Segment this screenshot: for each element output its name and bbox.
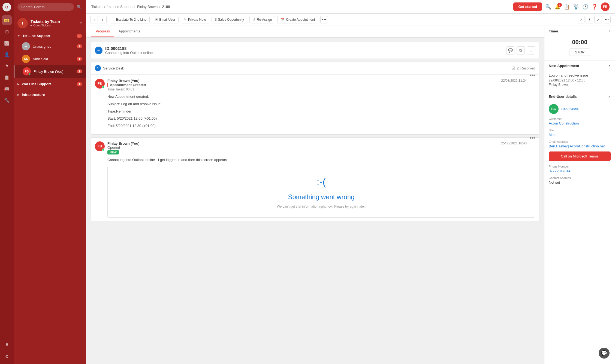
escalate-button[interactable]: ↑ Escalate To 2nd Line [110,16,150,23]
escalate-icon: ↑ [113,18,115,22]
entry-end: End: 5/20/2021 12:30 (+01:00) [107,123,535,129]
team-group-2nd-line-label: 2nd Line Support [22,82,74,86]
entry-header-2: FB Finlay Brown (You) Opened NEW 25/06/2… [95,141,535,154]
sales-opportunity-button[interactable]: $ Sales Opportunity [212,16,247,23]
customer-value[interactable]: Acorn Construction [549,121,579,125]
tab-progress[interactable]: Progress [91,26,114,37]
content-area: Progress Appointments ✏ ID:0002188 Canno… [86,26,615,364]
dollar-icon: $ [215,18,217,22]
clock-icon[interactable]: 🕐 [582,4,588,10]
help-icon[interactable]: ❓ [592,4,598,10]
collapse-sidebar-button[interactable]: « [80,21,82,26]
ticket-tabs: Progress Appointments [86,26,544,38]
user-avatar-top[interactable]: FB [601,2,610,11]
ticket-entry-appointment: FB Finlay Brown (You) Appointment Create… [90,75,540,135]
search-input[interactable] [17,3,74,11]
nav-tickets-icon[interactable]: 🎫 [2,15,12,25]
team-group-2nd-line-header[interactable]: ▶ 2nd Line Support 1 [14,80,86,88]
entry-meta-1: Finlay Brown (You) Appointment Created T… [107,79,499,91]
chevron-down-icon: ▼ [17,34,20,37]
copy-icon[interactable]: ⧉ [517,46,525,54]
end-user-body: BC Ben Castle Customer Acorn Constructio… [544,102,615,192]
entry-content-2: Cannot log into Outlook online - I get l… [95,157,535,218]
email-value[interactable]: Ben.Castle@AcornConstruction.net [549,144,605,148]
nav-next-button[interactable]: › [99,16,107,23]
reassign-button[interactable]: ↺ Re-Assign [249,16,275,23]
right-panel: Timer ∧ 00:00 STOP Next Appointment ∧ Lo… [544,26,615,364]
expand-icon-btn[interactable]: ⤢ [577,16,584,23]
comment-icon[interactable]: 💬 [506,46,514,54]
nav-gear-icon[interactable]: ⚙ [2,351,12,361]
more-right-btn[interactable]: ••• [603,16,611,23]
download-icon[interactable]: ↓ [527,46,535,54]
team-group-1st-line-label: 1st Line Support [22,34,74,38]
phone-label: Phone Number [549,165,611,168]
private-note-button[interactable]: ✎ Private Note [181,16,209,23]
search-topbar-icon[interactable]: 🔍 [545,4,551,10]
site-label: Site [549,129,611,132]
email-user-button[interactable]: ✉ Email User [152,16,179,23]
next-appointment-header[interactable]: Next Appointment ∧ [544,60,615,71]
team-group-infrastructure-header[interactable]: ▶ Infrastructure [14,90,86,99]
check-icon: ☑ [512,66,515,70]
tasks-icon[interactable]: 📋 [564,4,570,10]
nav-dashboard-icon[interactable]: ⊞ [2,27,12,37]
breadcrumb-team[interactable]: 1st Line Support [107,5,133,9]
feed-icon[interactable]: 📡 [573,4,579,10]
stage-name: Service Desk [103,66,124,70]
preview-btn[interactable]: 👁 [586,16,593,23]
sidebar-item-amir-said[interactable]: AS Amir Said 1 [14,53,86,65]
finlay-brown-badge: 2 [77,69,82,73]
get-started-button[interactable]: Get started [513,2,542,11]
phone-value[interactable]: 07772817814 [549,169,571,173]
ticket-id-icon: ✏ [95,47,102,54]
timer-display: 00:00 [549,39,611,46]
share-btn[interactable]: ↗ [594,16,602,23]
entry-type-label-2: Opened [107,145,120,150]
site-value[interactable]: Main [549,133,556,137]
entry-timestamp-1: 22/08/2021 11:24 [501,79,527,83]
amir-said-label: Amir Said [33,57,74,61]
tab-appointments[interactable]: Appointments [114,26,145,37]
nav-report-icon[interactable]: 📋 [2,72,12,82]
appointment-person: Finlay Brown [549,83,611,87]
customer-detail: Customer Acorn Construction [549,117,611,125]
nav-monitor-icon[interactable]: 🖥 [2,340,12,350]
nav-tools-icon[interactable]: 🔧 [2,95,12,105]
appointment-title: Log on and resolve issue [549,73,611,77]
end-user-section: End-User details ∧ BC Ben Castle Custome… [544,91,615,192]
chevron-right-icon: ▶ [17,93,20,96]
stop-timer-button[interactable]: STOP [569,48,590,56]
more-options-button[interactable]: ••• [320,16,328,23]
contact-label: Contact Address [549,176,611,180]
team-group-1st-line-header[interactable]: ▼ 1st Line Support 5 [14,32,86,40]
create-appointment-button[interactable]: 📅 Create Appointment [277,16,318,23]
call-teams-button[interactable]: Call on Microsoft Teams [549,151,611,161]
contact-value: Not set [549,180,611,184]
nav-chart-icon[interactable]: 📈 [2,38,12,48]
user-name-link[interactable]: Ben Castle [561,107,579,111]
nav-contacts-icon[interactable]: 👤 [2,50,12,59]
sidebar-search-area: 🔍 [14,0,86,14]
nav-prev-button[interactable]: ‹ [90,16,98,23]
sidebar-item-unassigned[interactable]: — Unassigned 2 [14,40,86,53]
site-detail: Site Main [549,129,611,137]
nav-book-icon[interactable]: 📖 [2,84,12,94]
breadcrumb-sep-3: › [159,5,160,9]
topbar-actions: Get started 🔍 🔔 1 📋 📡 🕐 ❓ FB [513,2,610,11]
breadcrumb-tickets[interactable]: Tickets [91,5,102,9]
nav-flag-icon[interactable]: ⚑ [2,61,12,71]
search-button[interactable]: 🔍 [77,4,82,10]
chat-bubble[interactable]: 💬 [599,348,610,359]
breadcrumb-person[interactable]: Finlay Brown [137,5,158,9]
app-logo[interactable]: O [2,3,11,11]
end-user-header[interactable]: End-User details ∧ [544,91,615,102]
ticket-entry-opened: FB Finlay Brown (You) Opened NEW 25/06/2… [90,137,540,222]
entry-more-button-2[interactable]: ••• [529,135,535,141]
timer-header[interactable]: Timer ∧ [544,26,615,37]
sidebar-item-finlay-brown[interactable]: FB Finlay Brown (You) 2 [14,65,86,78]
notifications-icon[interactable]: 🔔 1 [554,4,560,10]
next-appointment-chevron-icon: ∧ [608,64,611,68]
entry-more-button-1[interactable]: ••• [529,72,535,78]
unassigned-badge: 2 [77,44,82,48]
